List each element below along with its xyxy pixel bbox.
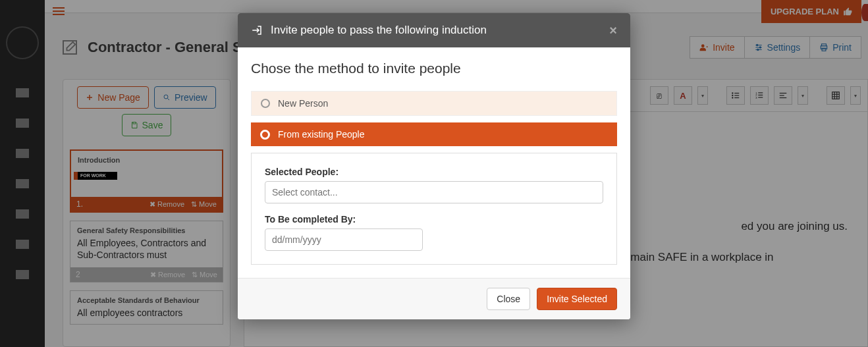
- login-icon: [251, 24, 263, 36]
- invite-modal: Invite people to pass the following indu…: [238, 13, 630, 319]
- selected-people-label: Selected People:: [265, 167, 603, 177]
- invite-selected-button[interactable]: Invite Selected: [537, 288, 617, 310]
- close-icon[interactable]: ×: [609, 24, 617, 37]
- option-new-person[interactable]: New Person: [251, 91, 617, 116]
- select-contact-input[interactable]: [265, 181, 603, 203]
- modal-subheading: Chose the method to invite people: [251, 61, 617, 76]
- complete-by-input[interactable]: [265, 228, 423, 251]
- close-button[interactable]: Close: [487, 288, 530, 310]
- radio-icon: [260, 130, 270, 140]
- option-label: From existing People: [278, 129, 365, 140]
- option-existing-people[interactable]: From existing People: [251, 122, 617, 146]
- complete-by-label: To Be completed By:: [265, 214, 603, 225]
- option-label: New Person: [278, 98, 328, 109]
- radio-icon: [261, 99, 270, 108]
- modal-body: Chose the method to invite people New Pe…: [238, 47, 630, 278]
- modal-title: Invite people to pass the following indu…: [271, 24, 487, 37]
- modal-header: Invite people to pass the following indu…: [238, 13, 630, 47]
- form-section: Selected People: To Be completed By:: [251, 153, 617, 265]
- modal-footer: Close Invite Selected: [238, 278, 630, 319]
